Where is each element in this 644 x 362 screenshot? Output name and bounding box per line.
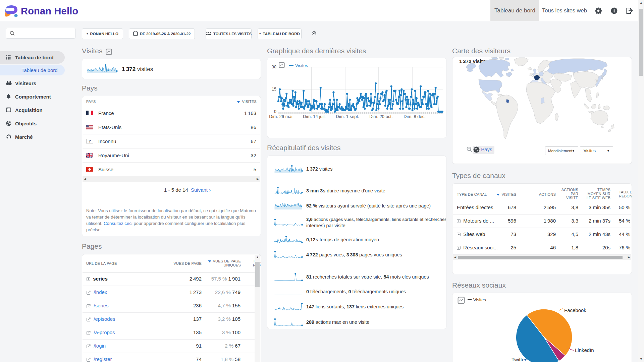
svg-text:Dim. 8 déc.: Dim. 8 déc.: [404, 114, 426, 119]
svg-text:LinkedIn: LinkedIn: [575, 347, 594, 353]
svg-text:Dim. 20 oct.: Dim. 20 oct.: [369, 114, 392, 119]
svg-text:Dim. 26 mai: Dim. 26 mai: [269, 114, 292, 119]
svg-text:Facebook: Facebook: [564, 307, 586, 313]
svg-text:Twitter: Twitter: [512, 357, 526, 362]
svg-text:15: 15: [272, 87, 276, 92]
svg-text:30: 30: [272, 65, 276, 69]
svg-text:Dim. 14 juil.: Dim. 14 juil.: [303, 114, 326, 119]
svg-text:0: 0: [274, 109, 276, 114]
svg-text:Dim. 1 sept.: Dim. 1 sept.: [336, 114, 359, 119]
